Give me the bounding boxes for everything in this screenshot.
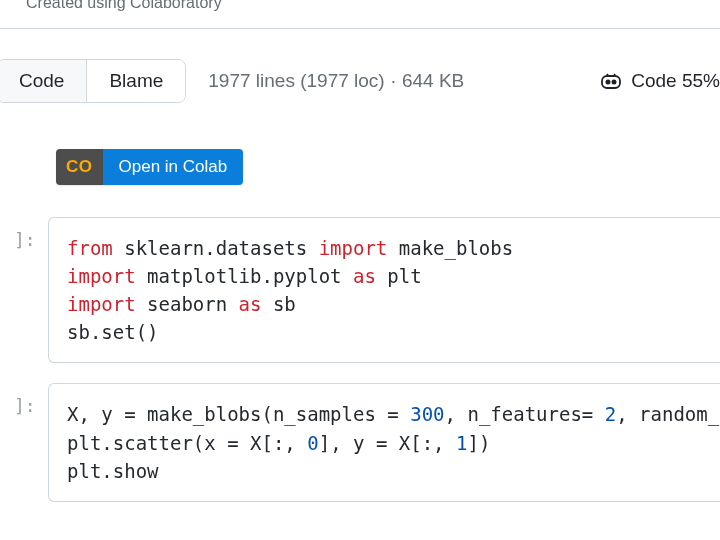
svg-rect-0 [602, 76, 620, 88]
code-block[interactable]: X, y = make_blobs(n_samples = 300, n_fea… [48, 383, 720, 501]
created-using-meta: Created using Colaboratory [0, 0, 720, 22]
code-percentage[interactable]: Code 55% [599, 69, 720, 93]
code-tab[interactable]: Code [0, 60, 87, 102]
blame-tab[interactable]: Blame [87, 60, 185, 102]
code-percentage-label: Code 55% [631, 70, 720, 92]
colab-button-label: Open in Colab [103, 149, 244, 185]
cell-prompt: ]: [14, 229, 36, 250]
svg-point-1 [607, 80, 610, 83]
cell-prompt: ]: [14, 395, 36, 416]
view-tabs: Code Blame [0, 59, 186, 103]
colab-logo-icon: CO [56, 149, 103, 185]
code-block[interactable]: from sklearn.datasets import make_blobs … [48, 217, 720, 363]
file-toolbar: Code Blame 1977 lines (1977 loc) · 644 K… [0, 29, 720, 131]
code-cell: ]: from sklearn.datasets import make_blo… [0, 217, 720, 363]
lines-count: 1977 lines (1977 loc) [208, 70, 384, 92]
copilot-icon [599, 69, 623, 93]
stats-separator: · [391, 70, 396, 92]
code-cell: ]: X, y = make_blobs(n_samples = 300, n_… [0, 383, 720, 501]
file-size: 644 KB [402, 70, 464, 92]
svg-point-2 [613, 80, 616, 83]
open-in-colab-button[interactable]: CO Open in Colab [56, 149, 243, 185]
notebook-content: CO Open in Colab ]: from sklearn.dataset… [0, 131, 720, 502]
file-stats: 1977 lines (1977 loc) · 644 KB [208, 70, 464, 92]
